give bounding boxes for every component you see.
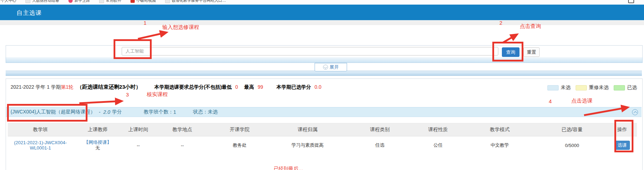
cell-college: 教务处: [211, 136, 269, 154]
sub-header-strip: [0, 20, 644, 25]
expand-toggle[interactable]: 展开: [315, 63, 347, 71]
annotation-step2-number: 2: [499, 20, 502, 26]
bookmark-label: 常用软件: [106, 0, 121, 3]
legend-swatch-unselected: [547, 85, 559, 90]
teacher-tag: 【网络授课】: [73, 140, 122, 145]
cell-class-id: (2021-2022-1)-JWCX004-WL0001-1: [8, 136, 73, 154]
col-belong: 课程归属: [269, 123, 346, 136]
legend-label-retake: 重修未选: [589, 84, 609, 91]
cell-category: 任选: [346, 136, 413, 154]
selected-credit: 0.0: [315, 84, 321, 90]
course-credit: 2.0: [103, 109, 110, 115]
bookmark-label: 大数据自动组卷: [32, 0, 59, 3]
favicon-icon: [99, 0, 104, 3]
annotation-arrow-2: [501, 32, 523, 45]
col-mode: 教学模式: [463, 123, 537, 136]
annotation-arrow-3: [78, 98, 128, 106]
legend-swatch-selected: [614, 85, 625, 90]
bookmark-item[interactable]: 大数据自动组卷: [25, 0, 59, 3]
course-band[interactable]: (JWCX004)人工智能（超星网络课程） - 2.0 学分 教学班个数： 1 …: [6, 107, 642, 117]
credit-req-label: 本学期选课要求总学分(不包括)最低: [154, 84, 232, 90]
status-legend: 未选 重修未选 已选: [547, 84, 637, 91]
teacher-name: 无: [73, 145, 122, 151]
browser-bookmarks-bar: 个人中心 大数据自动组卷 新手上路 常用软件 小破站视频 数智化教学服务平台网站…: [0, 0, 644, 5]
expand-label: 展开: [330, 64, 339, 70]
round-text: 第1轮: [61, 84, 73, 90]
bookmark-label: 新手上路: [74, 0, 90, 3]
col-category: 课程类别: [346, 123, 413, 136]
favicon-icon: [130, 0, 135, 3]
cell-place: --: [154, 136, 211, 154]
col-teacher: 上课教师: [73, 123, 122, 136]
max-credit-label: 最高: [244, 84, 254, 90]
col-nature: 课程性质: [413, 123, 463, 136]
cell-time: --: [122, 136, 154, 154]
favicon-icon: [165, 0, 170, 3]
devices-icon[interactable]: [628, 0, 634, 3]
bookmark-label: 数智化教学服务平台网站入口…: [172, 0, 226, 3]
end-of-list-note: 已经到最后…: [274, 166, 303, 170]
annotation-step1-number: 1: [144, 20, 146, 26]
col-place: 教学地点: [154, 123, 211, 136]
legend-label-selected: 已选: [627, 84, 637, 91]
annotation-box-input: [114, 39, 152, 59]
bookmark-label: 小破站视频: [136, 0, 156, 3]
reset-button[interactable]: 重置: [523, 47, 540, 57]
legend-swatch-retake: [576, 85, 587, 90]
max-credit: 99: [257, 84, 263, 90]
table-header-row: 教学班 上课教师 上课时间 教学地点 开课学院 课程归属 课程类别 课程性质 教…: [8, 123, 637, 136]
bookmark-item[interactable]: 新手上路: [68, 0, 90, 3]
col-capacity: 已选/容量: [537, 123, 607, 136]
course-separator: -: [99, 109, 101, 115]
cell-nature: 公任: [413, 136, 463, 154]
favicon-icon: [68, 0, 73, 3]
annotation-step3-text: 核实课程: [147, 91, 168, 98]
cell-teacher: 【网络授课】 无: [73, 136, 122, 154]
legend-label-unselected: 未选: [561, 84, 571, 91]
favicon-icon: [25, 0, 30, 3]
page-title: 自主选课: [17, 9, 42, 17]
annotation-box-course: [7, 104, 87, 122]
col-time: 上课时间: [122, 123, 154, 136]
annotation-step4-number: 4: [549, 98, 552, 104]
annotation-step2-text: 点击查询: [520, 23, 541, 30]
table-row: (2021-2022-1)-JWCX004-WL0001-1 【网络授课】 无 …: [8, 136, 637, 154]
class-count-label: 教学班个数：: [144, 109, 174, 115]
bookmark-item[interactable]: 数智化教学服务平台网站入口…: [165, 0, 226, 3]
cell-capacity: 0/5000: [537, 136, 607, 154]
course-status: 未选: [208, 109, 218, 115]
annotation-step4-text: 点击选课: [571, 98, 593, 104]
bookmark-item[interactable]: 常用软件: [99, 0, 121, 3]
course-credit-unit: 学分: [112, 109, 122, 115]
term-text: 2021-2022 学年 1 学期: [11, 84, 61, 90]
col-college: 开课学院: [211, 123, 269, 136]
screen: 个人中心 大数据自动组卷 新手上路 常用软件 小破站视频 数智化教学服务平台网站…: [0, 0, 644, 170]
bookmark-label: 个人中心: [1, 0, 16, 3]
cell-mode: 中文教学: [463, 136, 537, 154]
divider-band: [6, 71, 642, 76]
course-status-label: 状态：: [193, 109, 208, 115]
annotation-arrow-4: [581, 105, 634, 117]
bookmark-item[interactable]: 个人中心: [1, 0, 16, 3]
panel-footer-band: [6, 57, 643, 63]
col-class: 教学班: [8, 123, 73, 136]
class-id-link[interactable]: (2021-2022-1)-JWCX004-WL0001-1: [14, 140, 67, 151]
chevron-down-icon: [323, 65, 328, 70]
annotation-arrow-1: [136, 30, 175, 41]
min-credit: 0: [235, 84, 238, 90]
course-search-input[interactable]: [122, 47, 498, 55]
semester-info: 2021-2022 学年 1 学期第1轮 （距选课结束还剩23小时） 本学期选课…: [11, 83, 321, 90]
annotation-box-query: [492, 42, 523, 61]
selected-credit-label: 本学期已选学分: [277, 84, 311, 90]
class-count: 1: [174, 109, 176, 115]
annotation-box-action: [614, 120, 633, 152]
app-header: 自主选课: [0, 5, 644, 20]
bookmark-item[interactable]: 小破站视频: [130, 0, 156, 3]
class-table: 教学班 上课教师 上课时间 教学地点 开课学院 课程归属 课程类别 课程性质 教…: [8, 123, 637, 154]
cell-belong: 学习与素质提高: [269, 136, 346, 154]
annotation-step3-number: 3: [126, 92, 129, 98]
deadline-text: （距选课结束还剩23小时）: [77, 84, 141, 90]
